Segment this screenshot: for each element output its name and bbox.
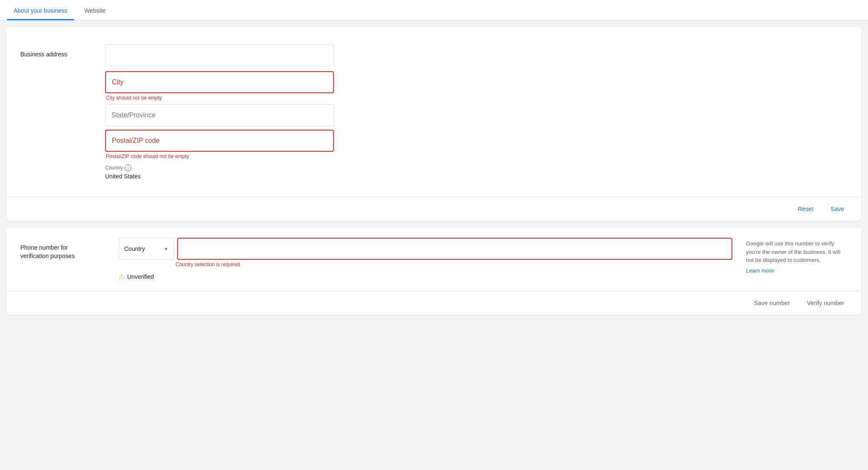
top-navigation: About your business Website <box>0 0 868 20</box>
phone-info-text: Google will use this number to verify yo… <box>746 239 848 264</box>
address-line-input[interactable] <box>105 44 334 66</box>
warning-icon: ⚠ <box>119 273 125 281</box>
country-label-text: Country <box>105 165 123 171</box>
address-fields: City should not be empty Postal/ZIP code… <box>105 44 334 180</box>
tab-about-your-business[interactable]: About your business <box>7 7 74 20</box>
phone-fields: Country ▼ Country selection is required … <box>119 238 732 281</box>
address-card-footer: Reset Save <box>7 197 861 221</box>
zip-input[interactable] <box>105 130 334 152</box>
unverified-label: Unverified <box>127 273 154 280</box>
city-error-message: City should not be empty <box>105 95 334 101</box>
state-field-group <box>105 104 334 126</box>
partial-address-field-group <box>105 44 334 66</box>
country-info-icon[interactable]: i <box>125 164 131 171</box>
unverified-status-row: ⚠ Unverified <box>119 273 732 281</box>
dropdown-chevron-icon: ▼ <box>164 247 168 251</box>
country-code-dropdown[interactable]: Country ▼ <box>119 238 174 260</box>
phone-info-section: Google will use this number to verify yo… <box>746 238 848 274</box>
business-address-card: Business address City should not be empt… <box>7 27 861 221</box>
tab-website[interactable]: Website <box>78 7 112 20</box>
zip-field-group: Postal/ZIP code should not be empty <box>105 130 334 159</box>
save-number-button[interactable]: Save number <box>747 296 797 310</box>
zip-error-message: Postal/ZIP code should not be empty <box>105 153 334 159</box>
phone-card-footer: Save number Verify number <box>7 291 861 315</box>
learn-more-link[interactable]: Learn more <box>746 267 774 274</box>
phone-section-row: Phone number forverification purposes Co… <box>20 238 848 281</box>
phone-error-message: Country selection is required <box>119 261 732 267</box>
business-address-label: Business address <box>20 44 105 58</box>
business-address-section: Business address City should not be empt… <box>20 37 848 186</box>
country-dropdown-label: Country <box>124 245 145 252</box>
verify-number-button[interactable]: Verify number <box>800 296 851 310</box>
country-value: United States <box>105 173 334 180</box>
save-button[interactable]: Save <box>824 202 851 216</box>
phone-input-row: Country ▼ <box>119 238 732 260</box>
city-field-group: City should not be empty <box>105 71 334 101</box>
main-content: Business address City should not be empt… <box>0 27 868 315</box>
state-input[interactable] <box>105 104 334 126</box>
country-info: Country i United States <box>105 164 334 180</box>
phone-number-card: Phone number forverification purposes Co… <box>7 228 861 315</box>
phone-number-input[interactable] <box>177 238 732 260</box>
phone-label: Phone number forverification purposes <box>20 238 105 260</box>
reset-button[interactable]: Reset <box>791 202 820 216</box>
country-label-row: Country i <box>105 164 334 171</box>
city-input[interactable] <box>105 71 334 93</box>
